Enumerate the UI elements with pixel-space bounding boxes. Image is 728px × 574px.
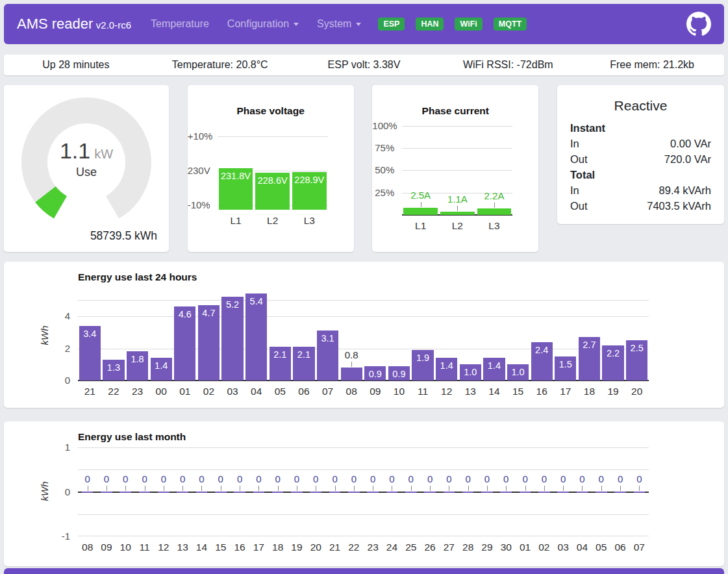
bar	[253, 492, 265, 493]
chevron-down-icon	[356, 23, 361, 26]
reactive-row-total: Total	[570, 167, 711, 182]
reactive-card: Reactive Instant In0.00 VAr Out720.0 VAr…	[557, 85, 724, 224]
gridline	[402, 148, 512, 149]
bar-value-label: 4.6	[174, 309, 195, 319]
value-tick	[240, 486, 240, 491]
bar	[341, 368, 362, 381]
bar-value-label: 2.5A	[401, 190, 440, 201]
github-octocat-icon	[686, 12, 711, 36]
value-tick	[182, 486, 183, 491]
esp-volt-status: ESP volt: 3.38V	[292, 59, 436, 71]
github-link[interactable]	[686, 12, 711, 36]
value-tick	[88, 486, 88, 491]
value-tick	[494, 203, 495, 208]
bar-value-label: 2.1	[270, 349, 291, 360]
x-tick-label: L3	[475, 220, 514, 232]
bar	[614, 492, 626, 493]
value-tick	[278, 486, 279, 491]
gridline	[402, 126, 512, 127]
value-tick	[125, 486, 126, 491]
bar-value-label: 231.8V	[219, 171, 253, 181]
value-tick	[487, 486, 488, 491]
bar-value-label: 3.1	[317, 333, 338, 343]
y-tick-label: 0	[14, 486, 70, 497]
value-tick	[601, 486, 602, 491]
reactive-row-instant: Instant	[570, 120, 711, 136]
bar	[177, 492, 188, 493]
reactive-row-instant-in: In0.00 VAr	[570, 136, 711, 151]
bar	[82, 492, 94, 493]
phase-voltage-plot: +10%230V-10%231.8VL1228.6VL2228.9VL3	[218, 133, 328, 210]
bar	[348, 492, 360, 493]
phase-current-title: Phase current	[372, 105, 538, 118]
mqtt-status-badge: MQTT	[494, 18, 527, 31]
value-tick	[351, 362, 352, 367]
value-tick	[354, 486, 355, 491]
x-tick-label: L1	[401, 220, 440, 232]
nav-system[interactable]: System	[317, 18, 361, 30]
y-tick-label: 25%	[372, 187, 394, 198]
app-brand[interactable]: AMS reader v2.0-rc6	[17, 16, 131, 32]
power-gauge-card: 1.1kW Use 58739.5 kWh	[4, 85, 169, 252]
x-tick-label: L1	[216, 215, 255, 227]
app-header: AMS reader v2.0-rc6 Temperature Configur…	[4, 4, 724, 44]
nav-temperature[interactable]: Temperature	[151, 18, 209, 30]
y-tick-label: 100%	[372, 120, 394, 131]
bar	[119, 492, 131, 493]
value-tick	[297, 486, 297, 491]
esp-status-badge: ESP	[378, 18, 405, 31]
value-tick	[639, 486, 640, 491]
bar	[386, 492, 398, 493]
value-tick	[164, 486, 164, 491]
bar-value-label: 228.9V	[292, 175, 327, 185]
y-tick-label: 1	[14, 442, 70, 453]
y-tick-label: 230V	[188, 165, 210, 176]
value-tick	[544, 486, 545, 491]
bar	[329, 492, 341, 493]
gridline	[78, 514, 649, 515]
bar	[367, 492, 379, 493]
y-tick-label: -10%	[188, 199, 210, 210]
gridline	[78, 447, 649, 448]
reactive-row-instant-out: Out720.0 VAr	[570, 151, 711, 167]
energy-24h-card: Energy use last 24 hours kWh4203.4211.32…	[4, 262, 724, 408]
bar	[634, 492, 646, 493]
phase-voltage-title: Phase voltage	[188, 105, 354, 118]
bar	[477, 208, 512, 215]
bar	[440, 212, 475, 215]
y-tick-label: 4	[14, 310, 70, 321]
gridline	[402, 170, 512, 171]
gridline	[78, 316, 649, 317]
x-tick-label: L2	[253, 215, 292, 227]
bar	[557, 492, 569, 493]
footer-bar	[4, 568, 724, 574]
bar	[196, 492, 208, 493]
y-tick-label: -1	[14, 530, 70, 542]
bar-value-label: 1.5	[555, 359, 576, 369]
value-tick	[221, 486, 221, 491]
value-tick	[563, 486, 564, 491]
bar	[158, 492, 169, 493]
bar-value-label: 1.4	[151, 360, 172, 371]
energy-month-chart: kWh10-1008009010011012013014015016017018…	[14, 447, 714, 558]
main-nav: Temperature Configuration System	[151, 18, 361, 30]
gridline	[78, 536, 649, 536]
bar-value-label: 1.0	[507, 367, 529, 377]
reactive-row-total-out: Out7403.5 kVArh	[570, 198, 711, 214]
y-tick-label: 50%	[372, 164, 394, 175]
bar-value-label: 1.9	[412, 353, 433, 363]
bar-value-label: 3.4	[79, 329, 101, 339]
value-tick	[107, 486, 107, 491]
value-tick	[620, 486, 621, 491]
value-tick	[421, 202, 421, 207]
bar-value-label: 0.9	[388, 369, 410, 379]
bar-value-label: 5.4	[245, 296, 267, 306]
gridline	[78, 300, 649, 301]
status-badges: ESP HAN WiFi MQTT	[378, 18, 527, 31]
bar	[139, 492, 151, 493]
free-mem-status: Free mem: 21.2kb	[580, 59, 724, 71]
nav-configuration[interactable]: Configuration	[227, 18, 299, 30]
app-title: AMS reader	[17, 16, 93, 32]
bar-value-label: 228.6V	[255, 175, 290, 186]
energy-month-plot: kWh10-1008009010011012013014015016017018…	[78, 447, 649, 536]
